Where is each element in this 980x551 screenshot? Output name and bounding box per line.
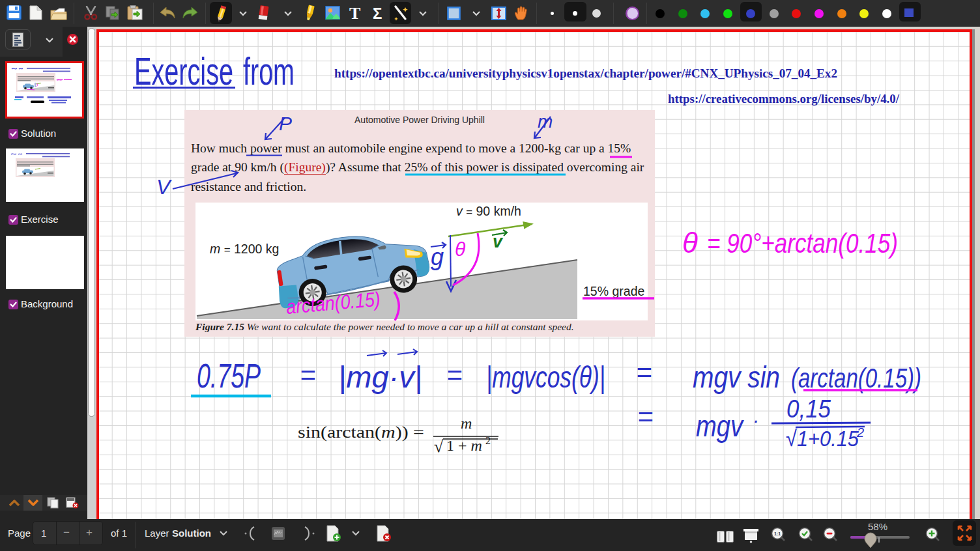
svg-text:|mgvcos(θ)|: |mgvcos(θ)| (486, 360, 605, 394)
svg-text:= 90°+arctan(0.15): = 90°+arctan(0.15) (707, 228, 898, 259)
svg-text:=: = (446, 360, 463, 390)
svg-text:√1+0.15: √1+0.15 (786, 426, 859, 451)
svg-text:=: = (300, 360, 316, 390)
svg-text:|mg·v|: |mg·v| (338, 360, 422, 394)
svg-text:1:1: 1:1 (774, 531, 781, 536)
svg-text:m: m (461, 415, 472, 432)
svg-text:m: m (538, 111, 553, 132)
svg-text:=: = (636, 357, 652, 388)
svg-text:from: from (243, 49, 295, 93)
svg-text:=: = (637, 401, 654, 432)
svg-text:·: · (753, 409, 759, 431)
svg-text:P: P (279, 113, 292, 134)
svg-text:θ: θ (682, 227, 698, 259)
svg-text:Exercise: Exercise (134, 49, 233, 93)
svg-text:https://opentextbc.ca/universi: https://opentextbc.ca/universityphysicsv… (334, 67, 837, 80)
svg-text:1 + m: 1 + m (446, 437, 482, 454)
svg-text:θ: θ (455, 238, 466, 260)
svg-text:(arctan(0.15)): (arctan(0.15)) (791, 363, 921, 393)
svg-text:sin(arctan(m)) =: sin(arctan(m)) = (298, 423, 424, 442)
svg-text:0,15: 0,15 (786, 395, 831, 423)
svg-text:mgv sin: mgv sin (693, 360, 780, 394)
svg-text:g: g (431, 244, 444, 270)
svg-text:mgv: mgv (696, 409, 744, 443)
svg-text:V: V (156, 175, 172, 199)
svg-text:0.75P: 0.75P (197, 357, 261, 395)
svg-text:√: √ (434, 437, 444, 456)
svg-text:https://creativecommons.org/li: https://creativecommons.org/licenses/by/… (668, 92, 900, 106)
